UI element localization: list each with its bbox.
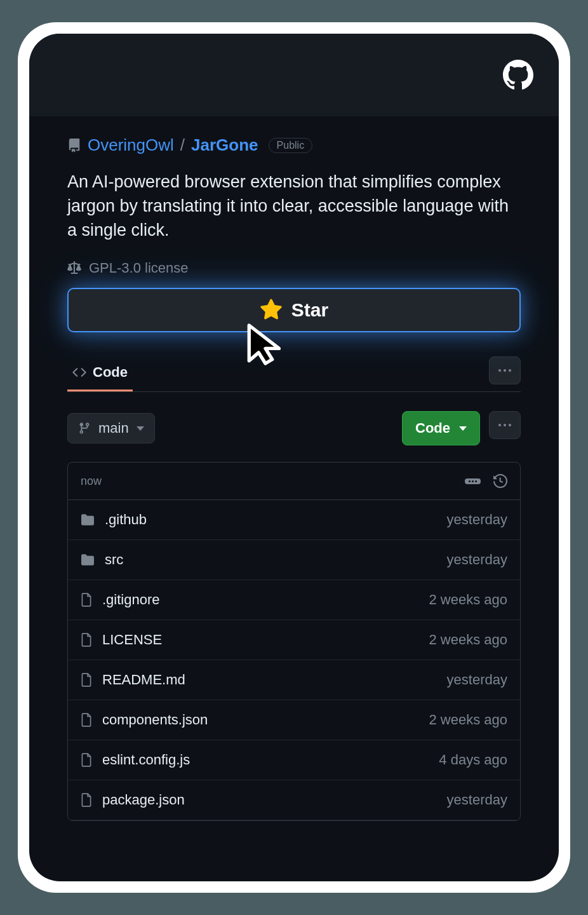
file-row[interactable]: components.json2 weeks ago (68, 700, 520, 740)
star-icon (260, 299, 283, 322)
tab-code[interactable]: Code (67, 355, 133, 391)
file-time: 2 weeks ago (429, 592, 507, 608)
folder-icon (81, 513, 95, 526)
code-icon (72, 365, 86, 379)
kebab-icon (498, 424, 511, 426)
file-list: now .githubyesterdaysrcyesterday.gitigno… (67, 462, 521, 821)
commit-message-icon[interactable] (465, 478, 481, 484)
license-text: GPL-3.0 license (89, 260, 189, 276)
history-icon[interactable] (493, 474, 507, 488)
file-icon (81, 753, 92, 767)
github-logo-icon (503, 60, 533, 90)
file-icon (81, 713, 92, 727)
breadcrumb-owner[interactable]: OveringOwl (88, 135, 174, 155)
file-time: 2 weeks ago (429, 712, 507, 728)
topbar (29, 34, 559, 116)
more-actions-button[interactable] (489, 411, 521, 439)
chevron-down-icon (459, 426, 467, 431)
chevron-down-icon (137, 426, 144, 431)
cursor-icon (246, 322, 284, 367)
actions-row: main Code (67, 411, 521, 445)
kebab-icon (498, 369, 511, 372)
file-name: LICENSE (102, 632, 162, 648)
file-icon (81, 633, 92, 647)
file-time: yesterday (447, 512, 507, 528)
file-time: yesterday (447, 552, 507, 568)
folder-icon (81, 553, 95, 566)
file-row[interactable]: .githubyesterday (68, 500, 520, 540)
app-window: OveringOwl / JarGone Public An AI-powere… (29, 34, 559, 881)
star-button-label: Star (291, 299, 328, 321)
file-time: yesterday (447, 792, 507, 808)
repo-icon (67, 139, 81, 152)
file-row[interactable]: package.jsonyesterday (68, 780, 520, 820)
breadcrumb-repo[interactable]: JarGone (191, 135, 258, 155)
branch-select-button[interactable]: main (67, 413, 155, 444)
file-icon (81, 673, 92, 687)
file-icon (81, 593, 92, 607)
file-time: 2 weeks ago (429, 632, 507, 648)
breadcrumb-separator: / (180, 135, 185, 155)
branch-icon (78, 422, 91, 435)
content: OveringOwl / JarGone Public An AI-powere… (29, 116, 559, 821)
license-row[interactable]: GPL-3.0 license (67, 260, 521, 276)
file-name: src (105, 552, 123, 568)
code-button-label: Code (415, 420, 450, 437)
file-row[interactable]: README.mdyesterday (68, 660, 520, 700)
file-time: 4 days ago (439, 752, 507, 768)
visibility-badge: Public (269, 138, 313, 153)
tabs-row: Code (67, 355, 521, 392)
code-download-button[interactable]: Code (402, 411, 480, 445)
breadcrumb: OveringOwl / JarGone Public (67, 135, 521, 155)
file-row[interactable]: LICENSE2 weeks ago (68, 620, 520, 660)
commit-time: now (81, 475, 102, 488)
repo-description: An AI-powered browser extension that sim… (67, 170, 521, 242)
header-icons (465, 474, 507, 488)
tab-code-label: Code (93, 364, 128, 381)
file-list-header: now (68, 463, 520, 500)
branch-name: main (98, 420, 129, 437)
file-name: .gitignore (102, 592, 160, 608)
file-row[interactable]: eslint.config.js4 days ago (68, 740, 520, 780)
file-icon (81, 793, 92, 807)
right-actions: Code (402, 411, 521, 445)
tabs-overflow-button[interactable] (489, 356, 521, 384)
file-name: components.json (102, 712, 208, 728)
file-name: eslint.config.js (102, 752, 190, 768)
file-name: package.json (102, 792, 185, 808)
file-row[interactable]: srcyesterday (68, 540, 520, 580)
file-name: .github (105, 512, 147, 528)
file-time: yesterday (447, 672, 507, 688)
star-button[interactable]: Star (67, 288, 521, 332)
file-row[interactable]: .gitignore2 weeks ago (68, 580, 520, 620)
card-frame: OveringOwl / JarGone Public An AI-powere… (18, 22, 570, 893)
license-icon (67, 261, 81, 275)
file-name: README.md (102, 672, 185, 688)
